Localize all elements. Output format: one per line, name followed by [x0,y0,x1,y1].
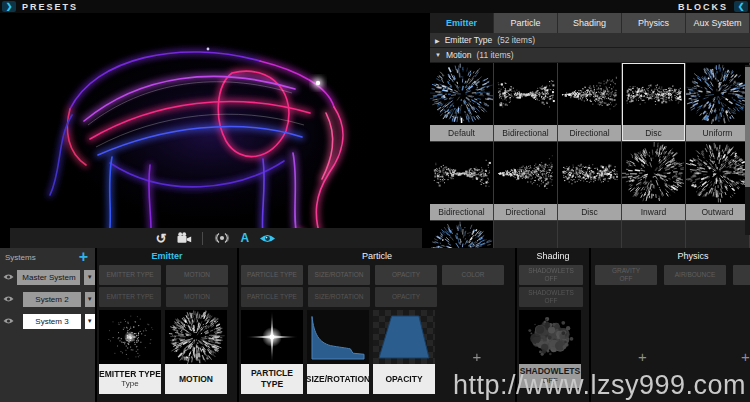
block-slot-opacity[interactable]: OPACITY [375,265,437,285]
section-count: (11 items) [476,50,513,60]
motion-item-label: Directional [558,125,621,141]
add-system-button[interactable]: + [79,252,88,262]
block-thumbnail [241,310,303,364]
blocks-tab-bar: EmitterParticleShadingPhysicsAux System [430,13,750,33]
emission-burst-icon[interactable] [213,232,231,244]
visibility-icon[interactable] [259,233,276,244]
motion-thumbnail [430,63,493,125]
motion-item-label: Disc [558,204,621,220]
block-size-rotation[interactable]: SIZE/ROTATION [307,310,369,402]
blocks-scrollbar[interactable] [745,65,750,235]
block-label: SIZE/ROTATION [307,364,369,394]
motion-item-label: Bidirectional [430,204,493,220]
block-thumbnail [373,310,435,364]
motion-item-bidirectional[interactable]: Bidirectional [430,142,493,220]
system-name-field[interactable]: System 3 [23,314,80,329]
motion-item-uniform[interactable]: Uniform [686,63,749,141]
block-slot-opacity[interactable]: OPACITY [375,287,437,307]
block-emitter-type[interactable]: EMITTER TYPEType [99,310,161,402]
motion-thumbnail [622,142,685,204]
tab-emitter[interactable]: Emitter [430,13,494,33]
section-label: Motion [446,50,472,60]
motion-item-disc[interactable]: Disc [558,142,621,220]
timeline-section-title: Particle [239,248,515,264]
section-label: Emitter Type [445,35,493,45]
block-slot-emitter-type[interactable]: EMITTER TYPE [99,265,161,285]
block-slot-particle-type[interactable]: PARTICLE TYPE [241,265,303,285]
block-slot-particle-type[interactable]: PARTICLE TYPE [241,287,303,307]
block-slot-shadowlets[interactable]: SHADOWLETSOFF [519,287,583,307]
particle-elephant-render [0,13,430,248]
systems-panel: Systems + Master System▼System 2▼System … [0,248,95,402]
visibility-toggle-eye-icon[interactable] [3,295,14,303]
visibility-toggle-eye-icon[interactable] [3,273,14,281]
motion-thumbnail [558,142,621,204]
motion-item-partial[interactable] [430,221,493,248]
block-label: MOTION [165,364,227,394]
motion-item-default[interactable]: Default [430,63,493,141]
block-slot-motion[interactable]: MOTION [166,287,228,307]
motion-thumbnail [622,63,685,125]
block-label: OPACITY [373,364,435,394]
block-slot-gravity[interactable]: GRAVITYOFF [595,265,657,285]
block-thumbnail [165,310,227,364]
motion-item-outward[interactable]: Outward [686,142,749,220]
system-block-row: GRAVITYOFFAIR/BOUNCESPHERE [595,265,750,285]
motion-item-disc[interactable]: Disc [622,63,685,141]
blocks-collapse-button[interactable]: ❮ [734,1,748,12]
letter-a-icon[interactable]: A [241,232,250,244]
section-header-emitter-type[interactable]: ▶Emitter Type(52 items) [430,33,750,48]
motion-thumbnail [430,142,493,204]
motion-thumbnail [686,63,749,125]
particle-editor-app: ❯ PRESETS [0,0,750,402]
block-slot-size-rotation[interactable]: SIZE/ROTATION [308,287,370,307]
system-name-field[interactable]: System 2 [23,292,80,307]
system-block-row: EMITTER TYPEMOTION [99,265,237,285]
empty-grid-cell [494,221,557,248]
section-count: (52 items) [497,35,535,45]
motion-item-label: Disc [622,125,685,141]
motion-item-inward[interactable]: Inward [622,142,685,220]
block-slot-emitter-type[interactable]: EMITTER TYPE [99,287,161,307]
block-slot-sphere[interactable]: SPHERE [733,265,750,285]
tab-particle[interactable]: Particle [494,13,558,33]
motion-thumbnail [558,63,621,125]
system-name-field[interactable]: Master System [17,270,80,285]
block-slot-color[interactable]: COLOR [442,265,504,285]
blocks-panel: EmitterParticleShadingPhysicsAux System … [430,13,750,248]
blocks-title: BLOCKS [678,2,728,12]
tab-aux-system[interactable]: Aux System [686,13,750,33]
motion-item-bidirectional[interactable]: Bidirectional [494,63,557,141]
watermark: http://www.lzsy999.com [453,370,746,401]
motion-item-directional[interactable]: Directional [494,142,557,220]
presets-expand-button[interactable]: ❯ [2,1,16,12]
section-header-motion[interactable]: ▼Motion(11 items) [430,48,750,63]
motion-item-directional[interactable]: Directional [558,63,621,141]
camera-icon[interactable] [177,232,192,244]
reset-icon[interactable]: ↺ [156,232,167,245]
tab-shading[interactable]: Shading [558,13,622,33]
presets-title: PRESETS [22,2,78,12]
block-slot-motion[interactable]: MOTION [166,265,228,285]
visibility-toggle-eye-icon[interactable] [3,317,14,325]
block-particle-type[interactable]: PARTICLE TYPE [241,310,303,402]
system-dropdown-arrow[interactable]: ▼ [85,292,95,307]
block-slot-size-rotation[interactable]: SIZE/ROTATION [308,265,370,285]
presets-header: ❯ PRESETS [0,0,430,13]
tab-physics[interactable]: Physics [622,13,686,33]
expanded-triangle-icon: ▼ [435,52,441,58]
block-opacity[interactable]: OPACITY [373,310,435,402]
viewport-toolbar: ↺ [10,228,422,248]
block-motion[interactable]: MOTION [165,310,227,402]
system-dropdown-arrow[interactable]: ▼ [85,314,95,329]
motion-item-label: Inward [622,204,685,220]
system-block-row: PARTICLE TYPESIZE/ROTATIONOPACITY [241,287,515,307]
block-thumbnail [99,310,161,364]
block-slot-shadowlets[interactable]: SHADOWLETSOFF [519,265,583,285]
block-slot-air-bounce[interactable]: AIR/BOUNCE [664,265,726,285]
motion-item-label: Directional [494,204,557,220]
motion-thumbnail [686,142,749,204]
system-block-row: PARTICLE TYPESIZE/ROTATIONOPACITYCOLOR [241,265,515,285]
render-viewport[interactable]: ↺ [0,13,430,248]
system-dropdown-arrow[interactable]: ▼ [84,270,95,285]
